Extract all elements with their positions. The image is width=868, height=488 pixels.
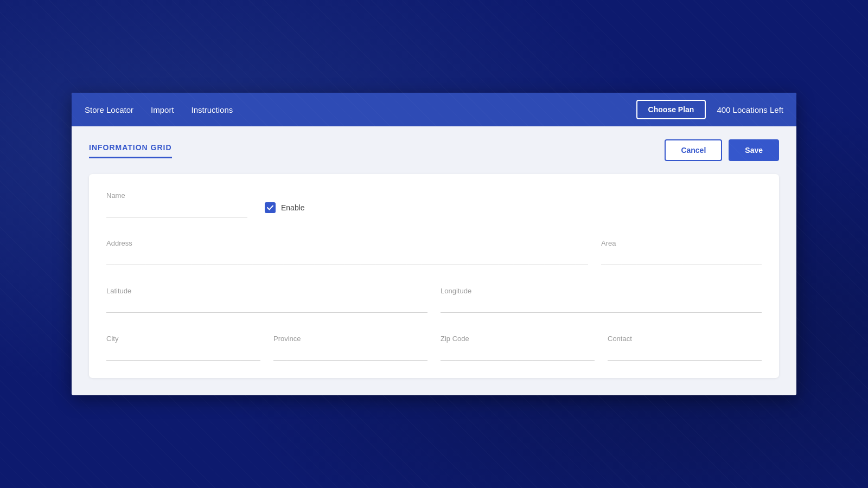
latitude-label: Latitude xyxy=(106,287,427,295)
city-label: City xyxy=(106,335,260,343)
form-row-latlong: Latitude Longitude xyxy=(106,287,762,313)
latitude-input[interactable] xyxy=(106,298,427,313)
contact-label: Contact xyxy=(608,335,762,343)
city-input[interactable] xyxy=(106,346,260,361)
address-label: Address xyxy=(106,239,588,247)
nav-links: Store Locator Import Instructions xyxy=(85,101,636,119)
form-row-city: City Province Zip Code Contact xyxy=(106,335,762,361)
zip-code-label: Zip Code xyxy=(441,335,595,343)
longitude-input[interactable] xyxy=(441,298,762,313)
address-field: Address xyxy=(106,239,588,265)
enable-label: Enable xyxy=(281,203,305,212)
cancel-button[interactable]: Cancel xyxy=(665,139,722,161)
name-field: Name xyxy=(106,191,247,217)
area-label: Area xyxy=(601,239,762,247)
choose-plan-button[interactable]: Choose Plan xyxy=(636,100,706,119)
nav-instructions[interactable]: Instructions xyxy=(192,101,233,119)
name-label: Name xyxy=(106,191,247,200)
longitude-field: Longitude xyxy=(441,287,762,313)
city-field: City xyxy=(106,335,260,361)
address-input[interactable] xyxy=(106,251,588,265)
province-field: Province xyxy=(273,335,427,361)
nav-store-locator[interactable]: Store Locator xyxy=(85,101,133,119)
form-row-address: Address Area xyxy=(106,239,762,265)
main-window: Store Locator Import Instructions Choose… xyxy=(72,93,796,395)
section-title-wrap: INFORMATION GRID xyxy=(89,143,172,158)
content-area: INFORMATION GRID Cancel Save Name xyxy=(72,126,796,395)
locations-left-label: 400 Locations Left xyxy=(717,105,783,114)
contact-field: Contact xyxy=(608,335,762,361)
section-title: INFORMATION GRID xyxy=(89,143,172,152)
name-input[interactable] xyxy=(106,203,247,217)
province-label: Province xyxy=(273,335,427,343)
area-field: Area xyxy=(601,239,762,265)
nav-import[interactable]: Import xyxy=(151,101,174,119)
enable-wrapper: Enable xyxy=(265,202,305,217)
nav-bar: Store Locator Import Instructions Choose… xyxy=(72,93,796,126)
contact-input[interactable] xyxy=(608,346,762,361)
latitude-field: Latitude xyxy=(106,287,427,313)
zip-code-field: Zip Code xyxy=(441,335,595,361)
form-row-name: Name Enable xyxy=(106,191,762,217)
section-header: INFORMATION GRID Cancel Save xyxy=(89,139,779,163)
province-input[interactable] xyxy=(273,346,427,361)
zip-code-input[interactable] xyxy=(441,346,595,361)
nav-right: Choose Plan 400 Locations Left xyxy=(636,100,783,119)
save-button[interactable]: Save xyxy=(729,139,779,161)
longitude-label: Longitude xyxy=(441,287,762,295)
form-card: Name Enable Address xyxy=(89,174,779,378)
area-input[interactable] xyxy=(601,251,762,265)
enable-checkbox[interactable] xyxy=(265,202,276,213)
action-buttons: Cancel Save xyxy=(665,139,779,161)
